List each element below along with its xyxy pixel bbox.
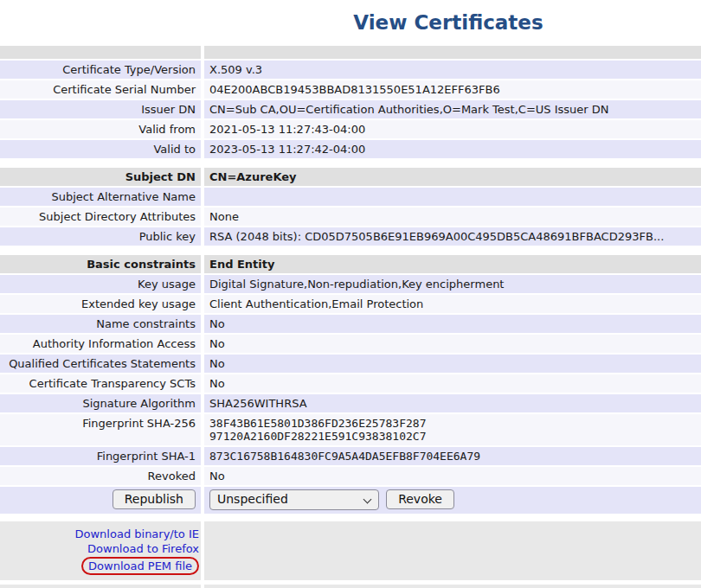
section-header-subject-dn: Subject DNCN=AzureKey — [0, 168, 701, 186]
field-label: Authority Information Access — [0, 335, 201, 353]
row-name-constraints: Name constraintsNo — [0, 315, 701, 333]
back-row-spacer — [0, 585, 201, 588]
row-qualified-certificates-statements: Qualified Certificates StatementsNo — [0, 355, 701, 373]
field-value: No — [204, 355, 701, 373]
download-section: Download binary/to IEDownload to Firefox… — [0, 521, 701, 580]
field-value: RSA (2048 bits): CD05D7505B6E91EB969A00C… — [204, 227, 701, 246]
field-value: Digital Signature,Non-repudiation,Key en… — [204, 275, 701, 293]
row-issuer-dn: Issuer DNCN=Sub CA,OU=Certification Auth… — [0, 100, 701, 118]
row-certificate-serial-number: Certificate Serial Number04E200ABCB19453… — [0, 80, 701, 99]
row-key-usage: Key usageDigital Signature,Non-repudiati… — [0, 275, 701, 293]
download-link-download-binary-to-ie[interactable]: Download binary/to IE — [0, 527, 199, 541]
field-label: Extended key usage — [0, 295, 201, 313]
field-value: CN=Sub CA,OU=Certification Authorities,O… — [204, 100, 701, 118]
field-value: No — [204, 315, 701, 333]
section-header-label: Basic constraints — [0, 255, 201, 273]
field-label: Public key — [0, 227, 201, 246]
section-header-label — [0, 46, 201, 59]
field-value: No — [204, 335, 701, 353]
field-label: Issuer DN — [0, 100, 201, 118]
field-label: Valid to — [0, 140, 201, 158]
back-row: Back — [0, 585, 701, 588]
download-links: Download binary/to IEDownload to Firefox… — [0, 521, 201, 580]
row-authority-information-access: Authority Information AccessNo — [0, 335, 701, 353]
section-header-value — [204, 46, 701, 59]
field-label: Certificate Type/Version — [0, 61, 201, 79]
row-signature-algorithm: Signature AlgorithmSHA256WITHRSA — [0, 394, 701, 412]
field-label: Qualified Certificates Statements — [0, 355, 201, 373]
field-value: SHA256WITHRSA — [204, 394, 701, 412]
field-value: Client Authentication,Email Protection — [204, 295, 701, 313]
download-section-spacer — [204, 521, 701, 580]
section-header-basic-constraints: Basic constraintsEnd Entity — [0, 255, 701, 273]
row-valid-from: Valid from2021-05-13 11:27:43-04:00 — [0, 120, 701, 138]
field-label: Valid from — [0, 120, 201, 138]
red-circle-annotation: Download PEM file — [81, 557, 199, 575]
field-value: 2023-05-13 11:27:42-04:00 — [204, 140, 701, 158]
field-label: Fingerprint SHA-1 — [0, 447, 201, 465]
field-value — [204, 188, 701, 206]
row-fingerprint-sha-1: Fingerprint SHA-1873C16758B164830FC9A5A4… — [0, 447, 701, 465]
field-label: Certificate Transparency SCTs — [0, 374, 201, 393]
field-label: Certificate Serial Number — [0, 80, 201, 99]
revoke-button[interactable]: Revoke — [386, 489, 454, 509]
certificate-details-table: Certificate Type/VersionX.509 v.3Certifi… — [0, 46, 701, 485]
download-link-download-pem-file[interactable]: Download PEM file — [88, 559, 192, 573]
section-header-value: End Entity — [204, 255, 701, 273]
section-header-blank — [0, 46, 701, 59]
field-label: Subject Directory Attributes — [0, 208, 201, 226]
row-public-key: Public keyRSA (2048 bits): CD05D7505B6E9… — [0, 227, 701, 246]
field-label: Fingerprint SHA-256 — [0, 414, 201, 445]
field-value: 2021-05-13 11:27:43-04:00 — [204, 120, 701, 138]
field-label: Revoked — [0, 467, 201, 485]
section-header-value: CN=AzureKey — [204, 168, 701, 186]
field-value: 38F43B61E5801D386FD236E25783F28797120A21… — [204, 414, 701, 445]
row-subject-alternative-name: Subject Alternative Name — [0, 188, 701, 206]
field-value: X.509 v.3 — [204, 61, 701, 79]
field-label: Signature Algorithm — [0, 394, 201, 412]
row-subject-directory-attributes: Subject Directory AttributesNone — [0, 208, 701, 226]
revocation-reason-select[interactable]: Unspecified — [209, 489, 379, 510]
download-link-download-to-firefox[interactable]: Download to Firefox — [0, 541, 199, 556]
republish-button[interactable]: Republish — [113, 489, 196, 509]
field-value: No — [204, 467, 701, 485]
field-value: 873C16758B164830FC9A5A4DA5EFB8F704EE6A79 — [204, 447, 701, 465]
certificate-actions-row: Republish Unspecified Revoke — [0, 487, 701, 514]
field-value: No — [204, 374, 701, 393]
page-header: View Certificates — [0, 0, 701, 46]
row-revoked: RevokedNo — [0, 467, 701, 485]
field-value: 04E200ABCB19453BBAD8131550E51A12EFF63FB6 — [204, 80, 701, 99]
row-certificate-transparency-scts: Certificate Transparency SCTsNo — [0, 374, 701, 393]
field-label: Name constraints — [0, 315, 201, 333]
page-title: View Certificates — [353, 11, 543, 34]
field-value: None — [204, 208, 701, 226]
section-header-label: Subject DN — [0, 168, 201, 186]
field-label: Key usage — [0, 275, 201, 293]
row-certificate-type-version: Certificate Type/VersionX.509 v.3 — [0, 61, 701, 79]
row-extended-key-usage: Extended key usageClient Authentication,… — [0, 295, 701, 313]
field-label: Subject Alternative Name — [0, 188, 201, 206]
row-valid-to: Valid to2023-05-13 11:27:42-04:00 — [0, 140, 701, 158]
row-fingerprint-sha-256: Fingerprint SHA-25638F43B61E5801D386FD23… — [0, 414, 701, 445]
